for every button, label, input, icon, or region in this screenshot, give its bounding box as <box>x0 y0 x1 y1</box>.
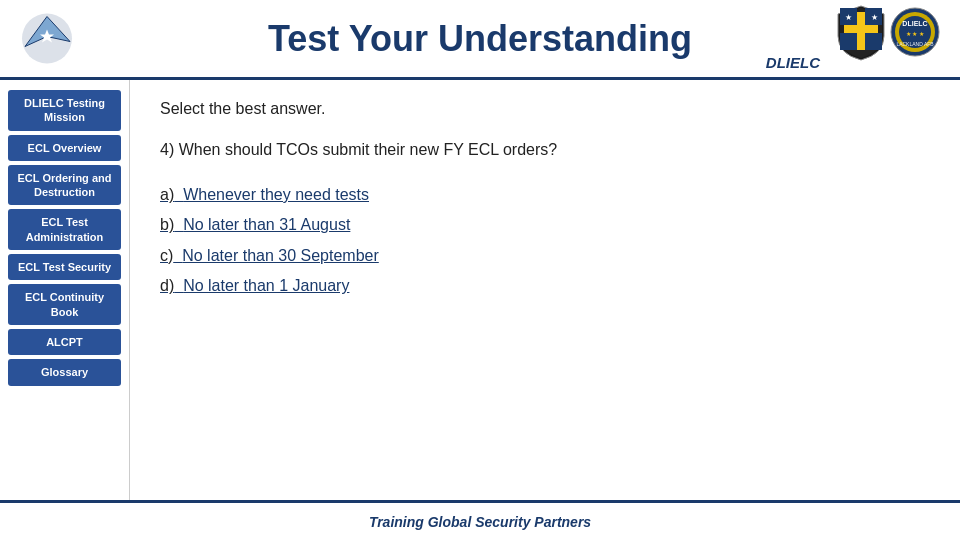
answer-d-label: d) <box>160 277 174 294</box>
sidebar-item-glossary[interactable]: Glossary <box>8 359 121 385</box>
header-subtitle: DLIELC <box>766 54 820 71</box>
svg-text:★ ★ ★: ★ ★ ★ <box>906 31 924 37</box>
sidebar-item-ecl-continuity[interactable]: ECL Continuity Book <box>8 284 121 325</box>
round-badge-icon: DLIELC ★ ★ ★ LACKLAND AFB <box>890 4 940 62</box>
answer-a-label: a) <box>160 186 174 203</box>
answer-c-label: c) <box>160 247 173 264</box>
sidebar-item-testing-mission[interactable]: DLIELC Testing Mission <box>8 90 121 131</box>
sidebar-item-ecl-overview[interactable]: ECL Overview <box>8 135 121 161</box>
svg-text:★: ★ <box>871 13 878 22</box>
sidebar-item-ecl-ordering[interactable]: ECL Ordering and Destruction <box>8 165 121 206</box>
svg-rect-8 <box>840 33 857 50</box>
shield-badge-icon: ★ ★ <box>836 4 886 62</box>
svg-text:★: ★ <box>845 13 852 22</box>
answer-a[interactable]: a) Whenever they need tests <box>160 180 930 210</box>
footer-text: Training Global Security Partners <box>369 514 591 530</box>
sidebar-item-alcpt[interactable]: ALCPT <box>8 329 121 355</box>
sidebar: DLIELC Testing Mission ECL Overview ECL … <box>0 80 130 500</box>
af-logo <box>20 11 75 66</box>
main-layout: DLIELC Testing Mission ECL Overview ECL … <box>0 80 960 500</box>
sidebar-item-ecl-test-security[interactable]: ECL Test Security <box>8 254 121 280</box>
footer: Training Global Security Partners <box>0 500 960 540</box>
answer-d-text: No later than 1 January <box>183 277 349 294</box>
question-text: 4) When should TCOs submit their new FY … <box>160 138 930 162</box>
answers-list: a) Whenever they need tests b) No later … <box>160 180 930 302</box>
answer-c[interactable]: c) No later than 30 September <box>160 241 930 271</box>
svg-rect-5 <box>844 25 878 33</box>
svg-text:LACKLAND AFB: LACKLAND AFB <box>896 41 934 47</box>
instruction-text: Select the best answer. <box>160 100 930 118</box>
header: Test Your Understanding DLIELC ★ ★ DLIEL… <box>0 0 960 80</box>
answer-d[interactable]: d) No later than 1 January <box>160 271 930 301</box>
answer-b-label: b) <box>160 216 174 233</box>
answer-b-text: No later than 31 August <box>183 216 350 233</box>
answer-c-text: No later than 30 September <box>182 247 379 264</box>
answer-a-text: Whenever they need tests <box>183 186 369 203</box>
svg-rect-9 <box>865 33 882 50</box>
sidebar-item-ecl-test-admin[interactable]: ECL Test Administration <box>8 209 121 250</box>
right-logos: ★ ★ DLIELC ★ ★ ★ LACKLAND AFB <box>836 4 940 62</box>
content-area: Select the best answer. 4) When should T… <box>130 80 960 500</box>
svg-text:DLIELC: DLIELC <box>902 20 927 27</box>
page-title: Test Your Understanding <box>268 18 692 60</box>
answer-b[interactable]: b) No later than 31 August <box>160 210 930 240</box>
